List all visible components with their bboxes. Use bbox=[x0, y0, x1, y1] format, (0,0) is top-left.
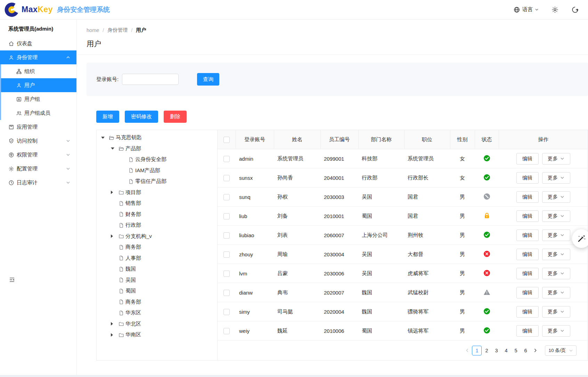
tree-node[interactable]: IAM产品部 bbox=[97, 165, 217, 176]
tree-node[interactable]: 商务部 bbox=[97, 242, 217, 253]
tree-node[interactable]: 华北区 bbox=[97, 319, 217, 330]
sidebar-item-apps[interactable]: 应用管理 bbox=[0, 120, 76, 134]
row-checkbox[interactable] bbox=[223, 175, 230, 181]
row-checkbox[interactable] bbox=[223, 309, 230, 315]
tree-node[interactable]: 华东区 bbox=[97, 307, 217, 319]
page-number-4[interactable]: 4 bbox=[501, 346, 511, 355]
tree-node[interactable]: 华南区 bbox=[97, 329, 217, 340]
menu-fold-icon[interactable] bbox=[9, 276, 15, 283]
logout-icon[interactable] bbox=[571, 6, 579, 14]
add-button[interactable]: 新增 bbox=[96, 111, 119, 123]
select-all-checkbox[interactable] bbox=[223, 137, 230, 143]
breadcrumb-item[interactable]: 身份管理 bbox=[107, 27, 128, 33]
tree-node[interactable]: 销售部 bbox=[97, 198, 217, 209]
more-button[interactable]: 更多 bbox=[542, 306, 570, 318]
more-button[interactable]: 更多 bbox=[542, 268, 570, 279]
tree-caret-right-icon[interactable] bbox=[111, 191, 114, 194]
tree-node[interactable]: 项目部 bbox=[97, 187, 217, 198]
row-checkbox[interactable] bbox=[223, 194, 230, 200]
doc-icon bbox=[119, 299, 124, 305]
doc-icon bbox=[119, 223, 124, 228]
page-next-icon[interactable] bbox=[530, 346, 540, 355]
edit-button[interactable]: 编辑 bbox=[516, 268, 539, 279]
page-number-3[interactable]: 3 bbox=[491, 346, 501, 355]
tree-caret-right-icon[interactable] bbox=[111, 333, 114, 337]
tree-node[interactable]: 零信任产品部 bbox=[97, 176, 217, 187]
settings-gear-icon[interactable] bbox=[551, 6, 559, 14]
folder-open-icon bbox=[119, 146, 124, 151]
row-checkbox[interactable] bbox=[223, 251, 230, 258]
cell-gender: 男 bbox=[450, 302, 475, 321]
sidebar-item-group-members[interactable]: 用户组成员 bbox=[1, 106, 76, 120]
row-checkbox[interactable] bbox=[223, 232, 230, 239]
tree-node[interactable]: 商务部 bbox=[97, 297, 217, 308]
breadcrumb-item[interactable]: home bbox=[87, 27, 99, 33]
edit-button[interactable]: 编辑 bbox=[516, 287, 539, 298]
row-checkbox[interactable] bbox=[223, 156, 230, 162]
sidebar-item-access-control[interactable]: 访问控制 bbox=[0, 134, 76, 148]
more-button[interactable]: 更多 bbox=[542, 153, 570, 165]
more-button[interactable]: 更多 bbox=[542, 230, 570, 241]
page-size-select[interactable]: 10 条/页 bbox=[545, 345, 577, 356]
sidebar-item-identity[interactable]: 身份管理 bbox=[0, 50, 76, 64]
more-button[interactable]: 更多 bbox=[542, 210, 570, 222]
page-number-5[interactable]: 5 bbox=[511, 346, 521, 355]
page-number-1[interactable]: 1 bbox=[472, 346, 482, 355]
more-button[interactable]: 更多 bbox=[542, 287, 570, 298]
edit-button[interactable]: 编辑 bbox=[516, 249, 539, 260]
tree-node[interactable]: 分支机构_v bbox=[97, 231, 217, 242]
sidebar-item-org[interactable]: 组织 bbox=[1, 64, 76, 78]
query-button[interactable]: 查询 bbox=[197, 73, 219, 86]
edit-button[interactable]: 编辑 bbox=[516, 306, 539, 318]
chevron-down-icon bbox=[560, 329, 564, 333]
tree-node[interactable]: 人事部 bbox=[97, 253, 217, 264]
more-button[interactable]: 更多 bbox=[542, 325, 570, 337]
login-account-input[interactable] bbox=[122, 74, 179, 85]
row-checkbox[interactable] bbox=[223, 271, 230, 277]
page-number-2[interactable]: 2 bbox=[482, 346, 491, 355]
sidebar-item-config[interactable]: 配置管理 bbox=[0, 162, 76, 176]
sidebar-item-permission[interactable]: 权限管理 bbox=[0, 148, 76, 162]
tree-node[interactable]: 云身份安全部 bbox=[97, 154, 217, 165]
page-prev-icon[interactable] bbox=[462, 346, 472, 355]
page-number-6[interactable]: 6 bbox=[521, 346, 530, 355]
row-checkbox[interactable] bbox=[223, 290, 230, 296]
row-checkbox[interactable] bbox=[223, 213, 230, 219]
tree-caret-right-icon[interactable] bbox=[111, 322, 114, 326]
tree-node[interactable]: 魏国 bbox=[97, 264, 217, 275]
tree-node[interactable]: 马克思钥匙 bbox=[97, 132, 217, 143]
change-password-button[interactable]: 密码修改 bbox=[125, 111, 158, 123]
edit-button[interactable]: 编辑 bbox=[516, 191, 539, 203]
tree-node[interactable]: 蜀国 bbox=[97, 286, 217, 297]
column-header: 部门名称 bbox=[358, 130, 404, 149]
tree-node[interactable]: 产品部 bbox=[97, 143, 217, 154]
tree-node[interactable]: 吴国 bbox=[97, 275, 217, 286]
delete-button[interactable]: 删除 bbox=[164, 111, 187, 123]
edit-button[interactable]: 编辑 bbox=[516, 230, 539, 241]
sidebar-item-label: 组织 bbox=[24, 68, 35, 75]
more-button[interactable]: 更多 bbox=[542, 191, 570, 203]
edit-button[interactable]: 编辑 bbox=[516, 172, 539, 184]
more-button[interactable]: 更多 bbox=[542, 249, 570, 260]
tree-caret-down-icon[interactable] bbox=[101, 137, 105, 139]
column-header: 登录账号 bbox=[236, 130, 274, 149]
cell-login: sunsx bbox=[236, 168, 274, 187]
language-switcher[interactable]: 语言 bbox=[513, 6, 539, 13]
sidebar-item-audit[interactable]: 日志审计 bbox=[0, 176, 76, 190]
more-button[interactable]: 更多 bbox=[542, 172, 570, 184]
tree-node[interactable]: 财务部 bbox=[97, 209, 217, 220]
table-row: liubiao 刘表 2060007 上海分公司 荆州牧 男 编辑 更多 bbox=[218, 226, 588, 245]
tree-node[interactable]: 行政部 bbox=[97, 220, 217, 231]
pagination: 12345610 条/页 bbox=[218, 340, 588, 360]
sidebar-item-dashboard[interactable]: 仪表盘 bbox=[0, 37, 76, 50]
magic-wand-widget[interactable] bbox=[572, 229, 588, 248]
row-checkbox[interactable] bbox=[223, 328, 230, 334]
edit-button[interactable]: 编辑 bbox=[516, 210, 539, 222]
sidebar-item-user[interactable]: 用户 bbox=[1, 78, 76, 92]
tree-caret-down-icon[interactable] bbox=[111, 147, 114, 150]
edit-button[interactable]: 编辑 bbox=[516, 153, 539, 165]
sidebar-item-user-group[interactable]: 用户组 bbox=[1, 92, 76, 106]
edit-button[interactable]: 编辑 bbox=[516, 325, 539, 337]
tree-caret-right-icon[interactable] bbox=[111, 234, 114, 238]
cell-name: 系统管理员 bbox=[274, 149, 320, 168]
